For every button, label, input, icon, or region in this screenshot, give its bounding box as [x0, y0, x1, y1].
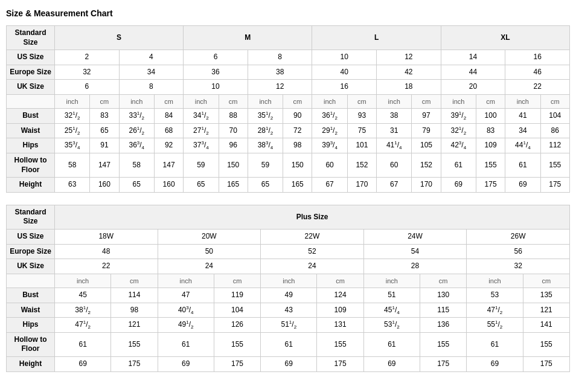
bust-val: 83: [90, 109, 119, 124]
plus-size-header: Plus Size: [55, 205, 570, 229]
hips-val: 91: [90, 138, 119, 153]
cm-label: cm: [412, 94, 441, 108]
bust-val: 391/2: [441, 109, 476, 124]
cm-label2: cm: [523, 274, 569, 288]
htf-val: 147: [154, 153, 183, 178]
uk-28: 28: [363, 259, 467, 274]
htf-val: 61: [441, 153, 476, 178]
hips-val: 92: [154, 138, 183, 153]
htf-val: 59: [248, 153, 283, 178]
us-20w: 20W: [158, 230, 261, 245]
uk-20: 20: [441, 80, 505, 95]
inch-label: inch: [377, 94, 412, 108]
height-val2: 69: [261, 357, 317, 372]
standard-size-header: Standard Size: [7, 26, 55, 50]
waist-val2: 471/2: [467, 303, 523, 318]
bust-label2: Bust: [7, 288, 55, 303]
height-val: 160: [154, 178, 183, 193]
htf-val2: 61: [467, 332, 523, 356]
bust-val: 331/2: [119, 109, 154, 124]
bust-val2: 135: [523, 288, 569, 303]
htf-val: 60: [312, 153, 347, 178]
hips-val: 423/4: [441, 138, 476, 153]
europe-size-label2: Europe Size: [7, 244, 55, 259]
bust-val: 88: [219, 109, 248, 124]
waist-label: Waist: [7, 123, 55, 138]
cm-label: cm: [90, 94, 119, 108]
eu-50: 50: [158, 244, 261, 259]
htf-val: 59: [184, 153, 219, 178]
bust-val: 351/2: [248, 109, 283, 124]
bust-val2: 124: [317, 288, 363, 303]
hips-val: 411/4: [377, 138, 412, 153]
uk-6: 6: [55, 80, 120, 95]
eu-34: 34: [119, 65, 184, 80]
height-val: 67: [312, 178, 347, 193]
eu-32: 32: [55, 65, 120, 80]
waist-val2: 381/2: [55, 303, 111, 318]
us-22w: 22W: [261, 230, 364, 245]
height-val2: 175: [420, 357, 467, 372]
unit-row2: inch cm inch cm inch cm inch cm inch cm: [7, 274, 570, 288]
uk-size-label: UK Size: [7, 80, 55, 95]
hips-val: 96: [219, 138, 248, 153]
bust-val2: 130: [420, 288, 467, 303]
bust-val: 90: [283, 109, 312, 124]
uk-16: 16: [312, 80, 377, 95]
hips-row2: Hips 471/2 121 491/2 126 511/2 131 531/2…: [7, 318, 570, 333]
cm-label: cm: [347, 94, 376, 108]
height-val: 170: [347, 178, 376, 193]
bust-val: 341/2: [184, 109, 219, 124]
inch-label: inch: [441, 94, 476, 108]
inch-label2: inch: [158, 274, 214, 288]
height-val2: 175: [214, 357, 260, 372]
waist-val2: 43: [261, 303, 317, 318]
hips-val: 112: [540, 138, 569, 153]
uk-size-label2: UK Size: [7, 259, 55, 274]
hips-val: 393/4: [312, 138, 347, 153]
bust-row2: Bust 45 114 47 119 49 124 51 130 53 135: [7, 288, 570, 303]
inch-label2: inch: [363, 274, 420, 288]
cm-label: cm: [476, 94, 505, 108]
uk-24c: 24: [261, 259, 364, 274]
us-18w: 18W: [55, 230, 158, 245]
cm-label2: cm: [214, 274, 260, 288]
uk-24b: 24: [158, 259, 261, 274]
waist-val2: 451/4: [363, 303, 420, 318]
height-val: 65: [119, 178, 154, 193]
waist-val2: 121: [523, 303, 569, 318]
cm-label2: cm: [317, 274, 363, 288]
height-val2: 175: [111, 357, 158, 372]
bust-val2: 47: [158, 288, 214, 303]
height-val: 69: [505, 178, 540, 193]
waist-val: 68: [154, 123, 183, 138]
htf-val: 150: [219, 153, 248, 178]
height-val: 160: [90, 178, 119, 193]
hips-val: 383/4: [248, 138, 283, 153]
height-val: 69: [441, 178, 476, 193]
bust-val2: 114: [111, 288, 158, 303]
waist-val: 70: [219, 123, 248, 138]
uk-size-row: UK Size 6 8 10 12 16 18 20 22: [7, 80, 570, 95]
waist-val: 72: [283, 123, 312, 138]
height-row: Height 63 160 65 160 65 165 65 165 67 17…: [7, 178, 570, 193]
htf-val: 60: [377, 153, 412, 178]
htf-val2: 61: [261, 332, 317, 356]
htf-val2: 155: [214, 332, 260, 356]
htf-val: 147: [90, 153, 119, 178]
europe-size-row: Europe Size 32 34 36 38 40 42 44 46: [7, 65, 570, 80]
eu-56: 56: [467, 244, 570, 259]
inch-label: inch: [248, 94, 283, 108]
height-val: 175: [540, 178, 569, 193]
waist-row2: Waist 381/2 98 403/4 104 43 109 451/4 11…: [7, 303, 570, 318]
hips-val2: 121: [111, 318, 158, 333]
hips-val2: 511/2: [261, 318, 317, 333]
hollow-floor-row: Hollow to Floor 58 147 58 147 59 150 59 …: [7, 153, 570, 178]
cm-label: cm: [540, 94, 569, 108]
htf-val2: 155: [523, 332, 569, 356]
eu-40: 40: [312, 65, 377, 80]
hips-val2: 131: [317, 318, 363, 333]
cm-label: cm: [283, 94, 312, 108]
waist-val: 79: [412, 123, 441, 138]
eu-44: 44: [441, 65, 505, 80]
